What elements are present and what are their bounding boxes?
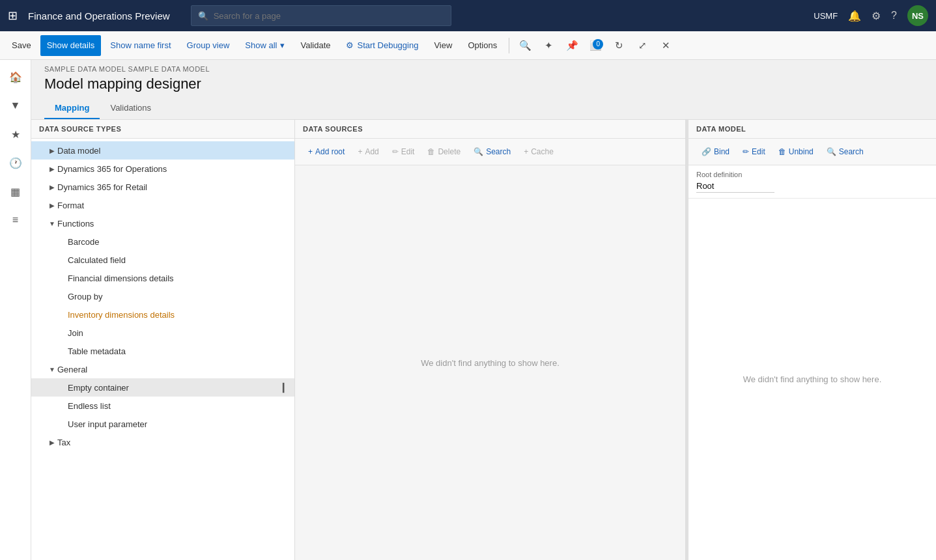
group-view-button[interactable]: Group view (180, 35, 236, 56)
tree-item-general[interactable]: ▼ General (31, 360, 294, 378)
sidebar-list[interactable]: ≡ (4, 208, 27, 232)
tree-item-d365-retail[interactable]: ▶ Dynamics 365 for Retail (31, 178, 294, 196)
compass-icon-button[interactable]: ✦ (538, 35, 559, 56)
settings-icon[interactable]: ⚙ (872, 10, 881, 22)
tree-item-functions[interactable]: ▼ Functions (31, 214, 294, 232)
label-functions: Functions (57, 219, 289, 229)
dm-search-button[interactable]: 🔍 Search (821, 143, 869, 161)
tree-item-calculated-field[interactable]: Calculated field (31, 251, 294, 269)
show-name-first-button[interactable]: Show name first (104, 35, 177, 56)
label-data-model: Data model (57, 146, 289, 156)
label-groupby: Group by (68, 292, 289, 301)
search-icon: 🔍 (198, 11, 208, 21)
tree-item-inventory-dim[interactable]: Inventory dimensions details (31, 305, 294, 324)
notification-icon[interactable]: 🔔 (848, 10, 861, 22)
tree-item-table-metadata[interactable]: Table metadata (31, 342, 294, 360)
unbind-icon: 🗑 (778, 147, 786, 156)
show-details-button[interactable]: Show details (40, 35, 102, 56)
toggle-groupby (57, 291, 68, 301)
ds-search-button[interactable]: 🔍 Search (468, 143, 516, 161)
add-root-button[interactable]: + Add root (303, 143, 350, 161)
tree-item-join[interactable]: Join (31, 324, 294, 342)
expand-icon-button[interactable]: ⤢ (632, 35, 653, 56)
search-toolbar-button[interactable]: 🔍 (515, 35, 535, 56)
dm-panel-header: DATA MODEL (688, 120, 936, 139)
global-search[interactable]: 🔍 (191, 5, 451, 26)
sidebar-home[interactable]: 🏠 (4, 65, 27, 89)
add-button[interactable]: + Add (352, 143, 384, 161)
add-plus-icon: + (358, 147, 362, 156)
chevron-down-icon: ▾ (280, 40, 285, 50)
dm-panel: DATA MODEL 🔗 Bind ✏ Edit 🗑 Unbind (688, 120, 936, 560)
options-button[interactable]: Options (461, 35, 503, 56)
tree-item-tax[interactable]: ▶ Tax (31, 433, 294, 451)
toggle-findim (57, 273, 68, 283)
ds-search-icon: 🔍 (474, 147, 483, 156)
tree-item-endless-list[interactable]: Endless list (31, 397, 294, 415)
dm-edit-button[interactable]: ✏ Edit (737, 143, 771, 161)
view-button[interactable]: View (427, 35, 459, 56)
tab-validations[interactable]: Validations (100, 98, 162, 119)
label-d365-ops: Dynamics 365 for Operations (57, 164, 289, 174)
root-def-value: Root (696, 181, 774, 193)
tree-item-user-input[interactable]: User input parameter (31, 415, 294, 433)
label-endless: Endless list (68, 401, 289, 411)
tree-item-empty-container[interactable]: Empty container ▎ (31, 378, 294, 397)
delete-trash-icon: 🗑 (427, 147, 435, 156)
page-title: Model mapping designer (31, 73, 936, 98)
show-all-button[interactable]: Show all ▾ (238, 35, 291, 56)
tab-mapping[interactable]: Mapping (44, 98, 100, 119)
tree-item-data-model[interactable]: ▶ Data model (31, 141, 294, 160)
help-icon[interactable]: ? (891, 10, 897, 21)
sidebar-workspace[interactable]: ▦ (4, 180, 27, 203)
bind-button[interactable]: 🔗 Bind (696, 143, 735, 161)
toggle-invdim (57, 309, 68, 320)
start-debugging-button[interactable]: ⚙ Start Debugging (339, 35, 425, 56)
cache-button[interactable]: + Cache (518, 143, 559, 161)
label-tax: Tax (57, 438, 289, 447)
user-label: USMF (814, 11, 838, 21)
edit-button[interactable]: ✏ Edit (387, 143, 420, 161)
app-body: 🏠 ▼ ★ 🕐 ▦ ≡ SAMPLE DATA MODEL SAMPLE DAT… (0, 60, 936, 560)
tree-item-barcode[interactable]: Barcode (31, 232, 294, 251)
validate-button[interactable]: Validate (294, 35, 337, 56)
label-calc: Calculated field (68, 255, 289, 265)
sidebar-filter[interactable]: ▼ (4, 94, 27, 117)
global-search-input[interactable] (214, 11, 444, 21)
ds-panel-header: DATA SOURCES (295, 120, 685, 139)
sidebar-favorites[interactable]: ★ (4, 122, 27, 146)
root-def-label: Root definition (696, 171, 928, 178)
label-barcode: Barcode (68, 237, 289, 247)
pin-icon-button[interactable]: 📌 (561, 35, 582, 56)
tree-item-format[interactable]: ▶ Format (31, 196, 294, 214)
toggle-format: ▶ (47, 200, 57, 210)
delete-button[interactable]: 🗑 Delete (422, 143, 466, 161)
sidebar-history[interactable]: 🕐 (4, 151, 27, 175)
dm-empty: We didn't find anything to show here. (688, 199, 936, 560)
nav-right: USMF 🔔 ⚙ ? NS (814, 5, 928, 26)
root-definition: Root definition Root (688, 165, 936, 199)
label-format: Format (57, 201, 289, 210)
save-button[interactable]: Save (5, 35, 38, 56)
toggle-functions: ▼ (47, 218, 57, 229)
dm-toolbar: 🔗 Bind ✏ Edit 🗑 Unbind 🔍 Search (688, 139, 936, 165)
label-tablemeta: Table metadata (68, 346, 289, 356)
unbind-button[interactable]: 🗑 Unbind (773, 143, 819, 161)
close-icon-button[interactable]: ✕ (655, 35, 676, 56)
refresh-icon-button[interactable]: ↻ (608, 35, 629, 56)
tree-item-financial-dim[interactable]: Financial dimensions details (31, 269, 294, 287)
tree-item-group-by[interactable]: Group by (31, 287, 294, 305)
toggle-empty-container (57, 382, 68, 393)
toggle-calc (57, 255, 68, 265)
grid-icon[interactable]: ⊞ (8, 8, 18, 23)
cache-plus-icon: + (524, 147, 528, 156)
toolbar: Save Show details Show name first Group … (0, 31, 936, 60)
toggle-tablemeta (57, 346, 68, 356)
toggle-general: ▼ (47, 364, 57, 374)
breadcrumb: SAMPLE DATA MODEL SAMPLE DATA MODEL (31, 60, 936, 73)
tree-item-d365-operations[interactable]: ▶ Dynamics 365 for Operations (31, 160, 294, 178)
tree-area[interactable]: ▶ Data model ▶ Dynamics 365 for Operatio… (31, 139, 294, 560)
avatar[interactable]: NS (907, 5, 928, 26)
bind-icon: 🔗 (702, 147, 711, 156)
ds-panel: DATA SOURCES + Add root + Add ✏ Edit (295, 120, 686, 560)
